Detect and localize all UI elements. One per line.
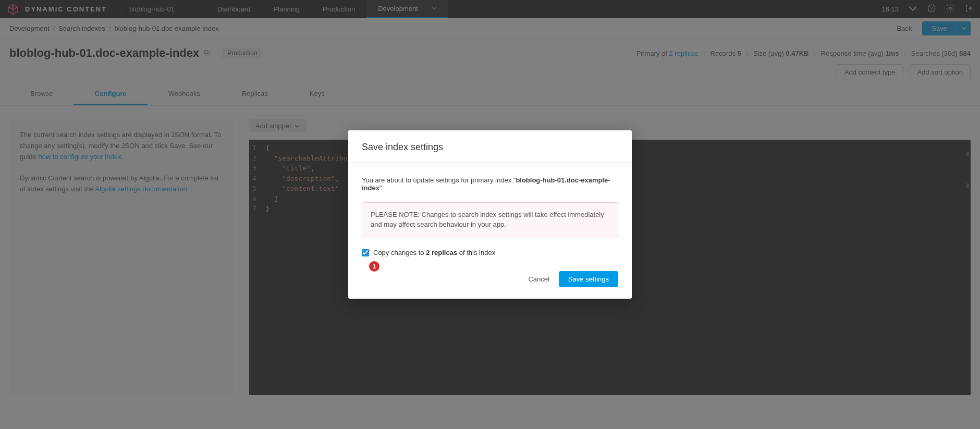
modal-overlay[interactable]: Save index settings You are about to upd…	[0, 0, 980, 429]
modal-confirm-text: You are about to update settings for pri…	[362, 176, 618, 192]
modal-title: Save index settings	[348, 130, 632, 163]
save-settings-modal: Save index settings You are about to upd…	[348, 130, 632, 299]
modal-warning: PLEASE NOTE: Changes to search index set…	[362, 202, 618, 238]
save-settings-button[interactable]: Save settings	[559, 271, 618, 287]
copy-replicas-label: Copy changes to 2 replicas of this index	[373, 249, 495, 256]
copy-replicas-row: Copy changes to 2 replicas of this index…	[362, 249, 618, 256]
cancel-button[interactable]: Cancel	[528, 275, 549, 283]
modal-footer: Cancel Save settings	[348, 262, 632, 299]
